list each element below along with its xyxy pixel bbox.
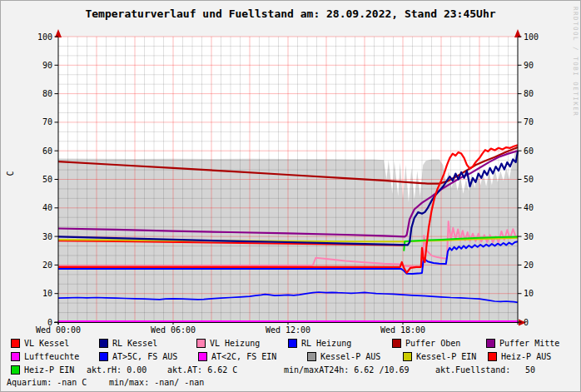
svg-text:50: 50 (524, 175, 534, 184)
legend-item-puffer-oben: Puffer Oben (392, 338, 460, 348)
legend-label: VL Kessel (24, 339, 69, 348)
legend-item-vl-heizung: VL Heizung (196, 338, 260, 348)
svg-text:0: 0 (524, 318, 529, 327)
legend-item-heiz-p-ein: Heiz-P EIN (11, 365, 74, 375)
status-fuellstand-label: akt.Fuellstand: (435, 365, 510, 375)
at-lt2-swatch (198, 352, 207, 361)
vl-kessel-swatch (11, 339, 20, 348)
kessel-p-ein-swatch (403, 352, 412, 361)
legend-label: VL Heizung (210, 339, 260, 348)
svg-text:60: 60 (42, 146, 52, 156)
svg-text:90: 90 (42, 61, 52, 70)
status-akt-rh: akt.rH: 0.00 (87, 365, 146, 375)
legend-label: Heiz-P AUS (501, 352, 551, 361)
legend-item-at-gt5: AT>5C, FS AUS (99, 351, 177, 361)
rrd-graph: Temperaturverlauf und Fuellstand am: 28.… (0, 0, 581, 392)
legend-label: Luftfeuchte (24, 352, 79, 361)
status-aquarium-minmax: min/max: -nan/ -nan (109, 378, 204, 388)
at-gt5-swatch (99, 352, 108, 361)
svg-text:80: 80 (524, 89, 534, 98)
legend-label: AT<2C, FS EIN (211, 352, 276, 361)
luftfeuchte-swatch (11, 352, 20, 361)
legend-item-kessel-p-aus: Kessel-P AUS (307, 351, 380, 361)
puffer-mitte-swatch (486, 339, 495, 348)
svg-text:40: 40 (42, 203, 52, 212)
legend-item-at-lt2: AT<2C, FS EIN (198, 351, 276, 361)
heiz-p-ein-swatch (11, 365, 20, 375)
status-minmax-at: min/maxAT24h: 6.62 /10.69 (284, 365, 410, 375)
vl-heizung-swatch (196, 339, 206, 348)
rl-heizung-swatch (288, 339, 297, 348)
status-akt-at: akt.AT: 6.62 C (167, 365, 237, 375)
legend-item-heiz-p-aus: Heiz-P AUS (488, 351, 551, 361)
y-axis-unit-label: C (6, 171, 15, 176)
status-fuellstand-value: 50 (525, 365, 535, 375)
svg-text:80: 80 (42, 89, 52, 98)
svg-text:10: 10 (524, 289, 534, 298)
svg-text:50: 50 (42, 175, 52, 184)
puffer-oben-swatch (392, 339, 401, 348)
kessel-p-aus-swatch (307, 352, 316, 361)
legend-item-kessel-p-ein: Kessel-P EIN (403, 351, 476, 361)
legend-label: RL Kessel (112, 339, 157, 348)
svg-text:100: 100 (37, 32, 52, 42)
x-axis-label: Wed 06:00 (140, 325, 206, 335)
legend-item-rl-kessel: RL Kessel (99, 338, 157, 348)
rrdtool-watermark: RRDTOOL / TOBI OETIKER (572, 7, 579, 117)
legend-item-rl-heizung: RL Heizung (288, 338, 351, 348)
chart-canvas: 0010102020303040405050606070708080909010… (1, 1, 581, 337)
svg-text:30: 30 (42, 232, 52, 241)
svg-text:100: 100 (524, 32, 539, 42)
heiz-p-aus-swatch (488, 352, 497, 361)
svg-text:60: 60 (524, 146, 534, 156)
legend-item-puffer-mitte: Puffer Mitte (486, 338, 559, 348)
svg-text:30: 30 (524, 232, 534, 241)
x-axis-label: Wed 18:00 (370, 325, 436, 335)
legend-label: Puffer Oben (405, 339, 460, 348)
status-aquarium: Aquarium: -nan C (7, 378, 87, 388)
svg-text:40: 40 (524, 203, 534, 212)
svg-text:20: 20 (42, 261, 52, 270)
legend-item-luftfeuchte: Luftfeuchte (11, 351, 79, 361)
legend-label: Puffer Mitte (499, 339, 559, 348)
legend-label: AT>5C, FS AUS (112, 352, 177, 361)
rl-kessel-swatch (99, 339, 108, 348)
svg-text:90: 90 (524, 61, 534, 70)
svg-text:70: 70 (42, 117, 52, 127)
svg-text:20: 20 (524, 261, 534, 270)
legend-label: Kessel-P EIN (416, 352, 476, 361)
svg-text:70: 70 (524, 117, 534, 127)
legend-label: RL Heizung (301, 339, 351, 348)
legend-item-vl-kessel: VL Kessel (11, 338, 69, 348)
x-axis-label: Wed 00:00 (25, 325, 92, 335)
legend-label: Heiz-P EIN (24, 365, 74, 375)
svg-text:10: 10 (42, 289, 52, 298)
x-axis-label: Wed 12:00 (255, 325, 321, 335)
legend-label: Kessel-P AUS (320, 352, 380, 361)
